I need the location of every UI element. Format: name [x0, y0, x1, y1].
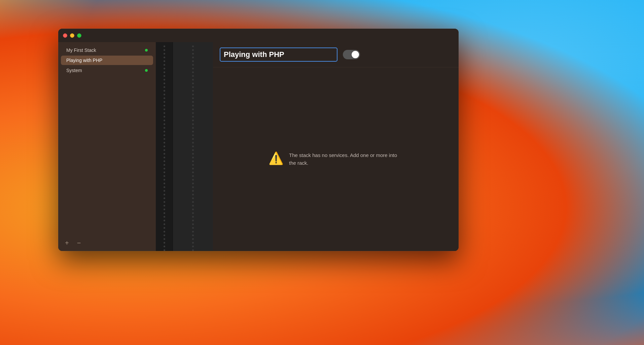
rack-dot — [164, 86, 165, 88]
rack-dot — [192, 227, 194, 229]
rack-panel-body — [173, 42, 213, 251]
rack-dot — [164, 227, 165, 229]
rack-dot — [164, 138, 165, 140]
sidebar-item-system[interactable]: System — [61, 66, 153, 75]
sidebar-list: My First Stack Playing with PHP System — [58, 42, 156, 235]
rack-dot — [192, 149, 194, 151]
warning-icon: ⚠️ — [269, 152, 284, 164]
rack-dot — [192, 220, 194, 221]
rack-dot — [164, 157, 165, 158]
rack-dot — [164, 83, 165, 84]
rack-dot — [192, 201, 194, 203]
rack-dot — [164, 127, 165, 129]
rack-dot — [192, 49, 194, 51]
toggle-knob — [352, 51, 359, 58]
rack-dot — [164, 209, 165, 210]
rack-dot — [164, 212, 165, 214]
rack-dot — [192, 86, 194, 88]
rack-dot — [192, 134, 194, 136]
rack-dot — [164, 149, 165, 151]
rack-dot — [192, 127, 194, 129]
rack-dot — [192, 64, 194, 66]
rack-dot — [164, 105, 165, 106]
rack-dot — [192, 209, 194, 210]
rack-dot — [192, 171, 194, 173]
sidebar-item-label: Playing with PHP — [66, 58, 148, 63]
rack-dot — [164, 186, 165, 188]
rack-dot — [192, 190, 194, 192]
rack-dot — [192, 238, 194, 240]
rack-dot — [192, 75, 194, 77]
rack-dot — [164, 153, 165, 155]
rack-dot — [164, 168, 165, 169]
traffic-lights — [63, 33, 81, 38]
rack-dot — [164, 134, 165, 136]
rack-dot — [164, 142, 165, 144]
main-content-area: ⚠️ The stack has no services. Add one or… — [213, 42, 459, 251]
rack-dot — [164, 246, 165, 247]
rack-dot — [192, 249, 194, 251]
warning-message: The stack has no services. Add one or mo… — [289, 152, 403, 167]
rack-dot — [192, 234, 194, 236]
main-header — [213, 42, 459, 67]
rack-dot — [192, 212, 194, 214]
rack-dot — [192, 97, 194, 99]
rack-dot — [192, 146, 194, 147]
rack-dot — [164, 108, 165, 110]
rack-dot — [192, 90, 194, 92]
sidebar-footer: + − — [58, 235, 156, 251]
rack-dot — [192, 175, 194, 177]
rack-dot — [192, 164, 194, 166]
stack-name-input[interactable] — [220, 48, 337, 62]
warning-box: ⚠️ The stack has no services. Add one or… — [269, 152, 403, 167]
rack-dot — [192, 197, 194, 199]
rack-dot — [164, 49, 165, 51]
rack-dot — [164, 53, 165, 55]
rack-dot — [164, 146, 165, 147]
rack-panel-dots — [173, 42, 213, 251]
rack-dot — [192, 94, 194, 95]
app-window: My First Stack Playing with PHP System +… — [58, 29, 459, 251]
rack-dot — [192, 194, 194, 195]
sidebar-item-label: My First Stack — [66, 48, 145, 53]
rack-dot — [192, 242, 194, 244]
rack-dot — [164, 116, 165, 118]
sidebar-item-my-first-stack[interactable]: My First Stack — [61, 45, 153, 55]
rack-dot — [192, 131, 194, 132]
rack-dot — [192, 142, 194, 144]
rack-dot — [164, 97, 165, 99]
rack-dot — [164, 234, 165, 236]
rack-dot — [192, 179, 194, 181]
rack-dot — [164, 94, 165, 95]
close-button[interactable] — [63, 33, 67, 38]
rack-dot — [192, 157, 194, 158]
rack-dot — [164, 57, 165, 58]
rack-dot — [164, 201, 165, 203]
rack-dot — [164, 112, 165, 114]
remove-stack-button[interactable]: − — [76, 239, 82, 247]
rack-dot — [164, 131, 165, 132]
rack-dot — [192, 183, 194, 184]
rack-dot — [192, 186, 194, 188]
rack-dot — [192, 71, 194, 73]
minimize-button[interactable] — [70, 33, 74, 38]
status-dot-system — [145, 69, 148, 72]
stack-enabled-toggle[interactable] — [343, 50, 360, 59]
sidebar: My First Stack Playing with PHP System +… — [58, 42, 156, 251]
rack-dot — [192, 216, 194, 218]
rack-dot — [164, 223, 165, 225]
rack-dot — [164, 120, 165, 121]
rack-dot — [164, 75, 165, 77]
add-stack-button[interactable]: + — [64, 239, 70, 247]
maximize-button[interactable] — [77, 33, 81, 38]
rack-dot — [164, 179, 165, 181]
sidebar-item-playing-with-php[interactable]: Playing with PHP — [61, 56, 153, 65]
rack-dot — [164, 171, 165, 173]
rack-dot — [192, 108, 194, 110]
rack-dot — [164, 205, 165, 207]
rack-dot — [164, 183, 165, 184]
rack-dot — [192, 160, 194, 162]
rack-dot — [164, 175, 165, 177]
rack-dot — [164, 68, 165, 69]
sidebar-item-label: System — [66, 68, 145, 73]
